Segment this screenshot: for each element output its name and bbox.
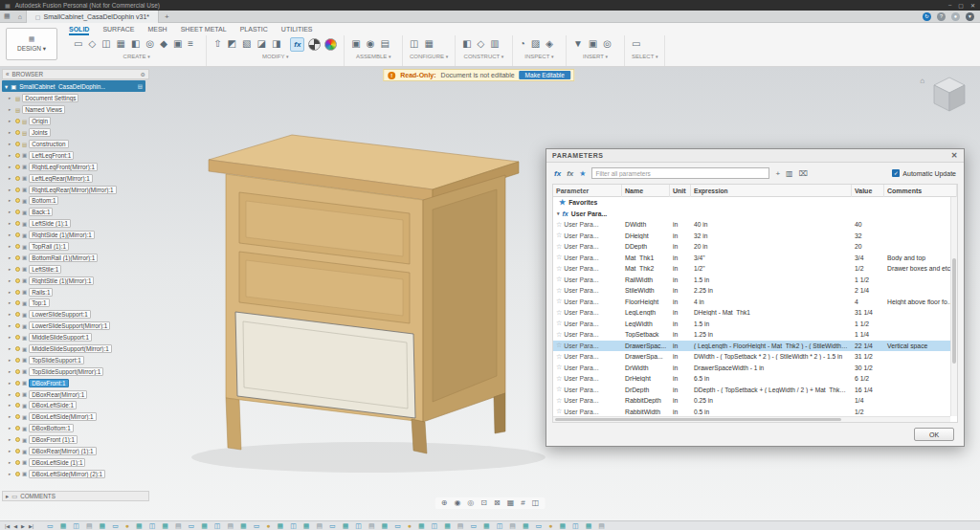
browser-item-label[interactable]: Joints xyxy=(29,128,50,137)
timeline-feature-icon[interactable]: ▭ xyxy=(189,521,195,530)
timeline-feature-icon[interactable]: ◫ xyxy=(572,521,579,530)
visibility-bulb-icon[interactable] xyxy=(15,244,20,249)
browser-item-label[interactable]: MiddleSlideSupport(Mirror):1 xyxy=(29,344,112,353)
browser-item[interactable]: ▸ ▣ ▤ LowerSlideSupport(Mirror):1 xyxy=(2,320,149,332)
browser-item[interactable]: ▸ ▣ ▤ TopRail (1):1 xyxy=(2,241,149,253)
timeline-feature-icon[interactable]: ▤ xyxy=(368,521,375,530)
visibility-bulb-icon[interactable] xyxy=(15,414,20,419)
fit-icon[interactable]: ⊠ xyxy=(494,498,501,508)
timeline-feature-icon[interactable]: ▭ xyxy=(329,521,336,530)
make-editable-button[interactable]: Make Editable xyxy=(520,71,570,79)
browser-item-label[interactable]: TopSlideSupport:1 xyxy=(29,356,83,364)
browser-item[interactable]: ▸ ▣ ▤ MiddleSlideSupport(Mirror):1 xyxy=(2,343,149,355)
visibility-bulb-icon[interactable] xyxy=(15,278,20,283)
inspect-tools-icons[interactable]: ◔▨◈ xyxy=(520,35,559,53)
parameter-comment[interactable]: Drawer boxes and etc. xyxy=(884,265,957,272)
expand-arrow-icon[interactable]: ▸ xyxy=(9,369,13,374)
step-back-icon[interactable]: ◀ xyxy=(13,523,17,529)
favorite-star-icon[interactable]: ☆ xyxy=(556,243,562,251)
browser-item[interactable]: ▸ ▣ ▤ Bottom:1 xyxy=(2,195,149,207)
expand-arrow-icon[interactable]: ▸ xyxy=(9,290,13,295)
look-at-icon[interactable]: ◎ xyxy=(467,498,474,508)
parameter-row[interactable]: ☆User Para... Mat_Thk2 in 1/2" 1/2 Drawe… xyxy=(553,263,957,275)
expand-arrow-icon[interactable]: ▸ xyxy=(9,165,13,169)
visibility-bulb-icon[interactable] xyxy=(15,335,20,340)
visibility-bulb-icon[interactable] xyxy=(15,460,20,465)
column-comments[interactable]: Comments xyxy=(884,185,957,197)
favorites-filter-icon[interactable]: ★ xyxy=(579,169,586,178)
parameter-row[interactable]: ☆User Para... Mat_Thk1 in 3/4" 3/4 Body … xyxy=(553,253,957,264)
browser-item[interactable]: ▸ ▣ ▤ Construction xyxy=(2,139,149,150)
browser-item-label[interactable]: LeftLegRear(Mirror):1 xyxy=(29,174,93,183)
browser-header[interactable]: « BROWSER ⚙ xyxy=(2,69,149,79)
browser-item-label[interactable]: LowerSlideSupport(Mirror):1 xyxy=(29,321,110,330)
expand-arrow-icon[interactable]: ▸ xyxy=(9,119,13,123)
expand-arrow-icon[interactable]: ▸ xyxy=(9,198,13,203)
favorite-star-icon[interactable]: ☆ xyxy=(556,331,562,339)
construct-group-label[interactable]: CONSTRUCT ▾ xyxy=(462,54,505,59)
insert-group-label[interactable]: INSERT ▾ xyxy=(573,54,617,59)
parameter-row[interactable]: ☆User Para... DrawerSpac... in ( LegLeng… xyxy=(553,341,957,352)
browser-item[interactable]: ▸ ▣ ▤ MiddleSlideSupport:1 xyxy=(2,332,149,343)
view-cube-area[interactable]: ⌂ xyxy=(920,73,970,115)
browser-item[interactable]: ▸ ▣ ▤ DBoxBottom:1 xyxy=(2,423,149,434)
parameter-expression[interactable]: DrawerSpaceWidth - 1 in xyxy=(691,364,852,371)
parameter-expression[interactable]: DWidth - ( TopSetback * 2 ) - ( StileWid… xyxy=(691,353,852,360)
browser-item[interactable]: ▸ ▣ ▤ RightLegRear(Mirror)(Mirror):1 xyxy=(2,184,149,195)
browser-item[interactable]: ▸ ▣ ▤ Back:1 xyxy=(2,207,149,218)
visibility-bulb-icon[interactable] xyxy=(15,119,20,123)
expand-arrow-icon[interactable]: ▸ xyxy=(9,278,13,283)
assemble-tools-icons[interactable]: ▣◉▤ xyxy=(351,35,395,53)
browser-item-label[interactable]: MiddleSlideSupport:1 xyxy=(29,333,92,342)
timeline-feature-icon[interactable]: ▦ xyxy=(586,521,592,530)
expand-arrow-icon[interactable]: ▸ xyxy=(9,153,13,158)
expand-arrow-icon[interactable]: ▸ xyxy=(9,346,13,351)
select-tools-icons[interactable]: ▭ xyxy=(632,35,646,53)
visibility-bulb-icon[interactable] xyxy=(15,449,20,453)
go-to-start-icon[interactable]: |◀ xyxy=(5,523,10,529)
parameter-expression[interactable]: ( LegLength - FloorHeight - Mat_Thk2 ) -… xyxy=(691,342,852,349)
parameter-row[interactable]: ☆User Para... DWidth in 40 in 40 xyxy=(553,219,957,231)
browser-item-label[interactable]: DBoxFront:1 xyxy=(29,379,68,387)
browser-item-label[interactable]: RightSide (1)(Mirror):1 xyxy=(29,231,95,239)
favorite-star-icon[interactable]: ☆ xyxy=(556,287,562,295)
timeline-feature-icon[interactable]: ▦ xyxy=(303,521,310,530)
appearance-icon[interactable] xyxy=(308,38,321,51)
timeline-feature-icon[interactable]: ▦ xyxy=(559,521,566,530)
expand-arrow-icon[interactable]: ▸ xyxy=(9,176,13,181)
column-parameter[interactable]: Parameter xyxy=(553,185,622,197)
close-button[interactable]: ✕ xyxy=(970,2,975,9)
parameter-expression[interactable]: DDepth - ( TopSetback + ( LegWidth / 2 )… xyxy=(691,386,852,393)
automatic-update-checkbox[interactable]: ✓ xyxy=(892,169,900,177)
visibility-bulb-icon[interactable] xyxy=(15,221,20,226)
browser-item-label[interactable]: Back:1 xyxy=(29,208,53,216)
browser-item[interactable]: ▸ ▣ ▤ DBoxLeftSide:1 xyxy=(2,400,149,411)
parameter-expression[interactable]: 4 in xyxy=(691,298,852,305)
timeline-feature-icon[interactable]: ▤ xyxy=(86,521,93,530)
parameters-dialog-titlebar[interactable]: PARAMETERS ✕ xyxy=(546,149,964,163)
parameter-expression[interactable]: DHeight - Mat_Thk1 xyxy=(691,309,852,316)
visibility-bulb-icon[interactable] xyxy=(15,210,20,214)
zoom-window-icon[interactable]: ⊡ xyxy=(480,498,487,508)
expand-arrow-icon[interactable]: ▸ xyxy=(9,403,13,408)
timeline-feature-icon[interactable]: ▦ xyxy=(240,521,247,530)
add-parameter-icon[interactable]: + xyxy=(775,169,780,178)
timeline-feature-icon[interactable]: ▤ xyxy=(316,521,323,530)
browser-item[interactable]: ▸ ▣ ▤ DBoxRear(Mirror):1 xyxy=(2,388,149,400)
browser-item[interactable]: ▸ ▣ ▤ RightSide (1)(Mirror):1 xyxy=(2,230,149,241)
visibility-bulb-icon[interactable] xyxy=(15,472,20,476)
favorite-star-icon[interactable]: ☆ xyxy=(556,265,562,273)
visibility-bulb-icon[interactable] xyxy=(15,358,20,363)
parameter-expression[interactable]: 40 in xyxy=(691,221,852,228)
ribbon-tab[interactable]: SHEET METAL xyxy=(181,24,227,35)
pan-icon[interactable]: ⊕ xyxy=(441,498,448,508)
horizontal-scrollbar[interactable] xyxy=(553,416,950,422)
view-cube[interactable] xyxy=(928,73,970,115)
configure-group-label[interactable]: CONFIGURE ▾ xyxy=(410,54,448,59)
parameter-comment[interactable]: Vertical space xyxy=(884,342,957,349)
visibility-bulb-icon[interactable] xyxy=(15,176,20,181)
timeline-feature-icon[interactable]: ▭ xyxy=(112,521,119,530)
parameter-expression[interactable]: 2.25 in xyxy=(691,287,852,294)
parameter-row[interactable]: ☆User Para... DDepth in 20 in 20 xyxy=(553,241,957,253)
design-workspace-selector[interactable]: ▦ DESIGN ▾ xyxy=(6,28,57,60)
